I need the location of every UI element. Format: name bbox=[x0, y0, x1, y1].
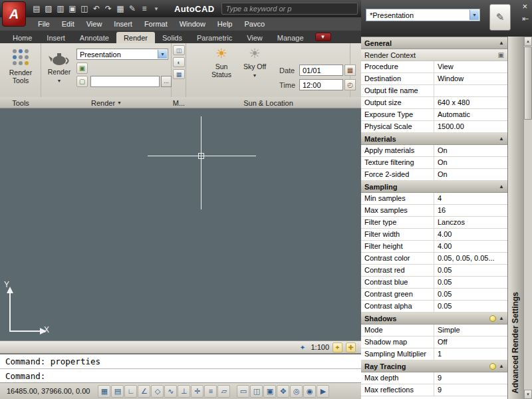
menu-help[interactable]: Help bbox=[211, 17, 239, 31]
markup-icon[interactable]: ✎ bbox=[126, 3, 138, 15]
property-value[interactable]: Lanczos bbox=[434, 217, 507, 228]
coordinate-display[interactable]: 16485.00, 37966.00, 0.00 bbox=[7, 387, 90, 395]
property-value[interactable]: 0.05 bbox=[434, 265, 507, 276]
section-ray-tracing[interactable]: Ray Tracing▲ bbox=[361, 360, 507, 372]
auto-hide-icon[interactable]: ⇤ bbox=[522, 15, 529, 23]
planar-mapping-icon[interactable]: ▦ bbox=[173, 69, 185, 79]
time-field[interactable]: 12:00 bbox=[299, 79, 343, 90]
manage-render-presets-button[interactable]: ✎ bbox=[489, 4, 511, 31]
property-value[interactable]: 4.00 bbox=[434, 229, 507, 240]
menu-insert[interactable]: Insert bbox=[108, 17, 138, 31]
menu-view[interactable]: View bbox=[80, 17, 108, 31]
pan-button[interactable]: ✥ bbox=[277, 385, 289, 398]
property-value[interactable]: On bbox=[434, 157, 507, 168]
annotation-autoscale-icon[interactable]: ✦ bbox=[332, 342, 342, 352]
menu-file[interactable]: File bbox=[32, 17, 56, 31]
ribbon-toggle-button[interactable]: ▼ bbox=[315, 33, 331, 41]
grid-toggle[interactable]: ▤ bbox=[111, 385, 124, 398]
materials-editor-icon[interactable]: ◐ bbox=[173, 57, 185, 67]
render-preset-select[interactable]: *Presentation ▼ bbox=[366, 9, 480, 21]
tab-home[interactable]: Home bbox=[5, 32, 39, 43]
plot-icon[interactable]: ▣ bbox=[66, 3, 78, 15]
collapse-arrow-icon[interactable]: ▲ bbox=[499, 40, 504, 46]
plot-preview-icon[interactable]: ◫ bbox=[78, 3, 90, 15]
scroll-up-icon[interactable]: ▲ bbox=[524, 37, 532, 46]
property-value[interactable]: 16 bbox=[434, 205, 507, 216]
panel-label-tools[interactable]: Tools bbox=[0, 97, 41, 108]
section-sampling[interactable]: Sampling▲ bbox=[361, 181, 507, 193]
render-tools-button[interactable]: Render Tools bbox=[2, 45, 39, 95]
property-value[interactable]: On bbox=[434, 169, 507, 180]
section-general[interactable]: General▲ bbox=[361, 37, 507, 49]
tab-parametric[interactable]: Parametric bbox=[190, 32, 239, 43]
save-icon[interactable]: ▥ bbox=[55, 3, 66, 15]
menu-edit[interactable]: Edit bbox=[56, 17, 80, 31]
property-value[interactable]: 0.05 bbox=[434, 289, 507, 300]
quick-view-layouts-button[interactable]: ▣ bbox=[263, 385, 276, 398]
new-icon[interactable]: ▤ bbox=[31, 3, 43, 15]
property-value[interactable]: 0.05 bbox=[434, 277, 507, 288]
tab-annotate[interactable]: Annotate bbox=[72, 32, 116, 43]
undo-icon[interactable]: ↶ bbox=[90, 3, 102, 15]
info-center-search[interactable]: Type a keyword or p bbox=[221, 3, 358, 15]
palette-scrollbar[interactable]: ▲ ▼ bbox=[523, 37, 532, 399]
qat-dropdown-icon[interactable]: ▼ bbox=[154, 6, 159, 12]
property-value[interactable]: Off bbox=[434, 336, 507, 348]
tab-solids[interactable]: Solids bbox=[155, 32, 190, 43]
otrack-toggle[interactable]: ∿ bbox=[164, 385, 177, 398]
chevron-down-icon[interactable]: ▼ bbox=[158, 50, 167, 59]
sun-status-button[interactable]: ☀ Sun Status bbox=[206, 45, 237, 95]
scrollbar-thumb[interactable] bbox=[524, 47, 532, 120]
steering-wheel-button[interactable]: ◉ bbox=[303, 385, 316, 398]
close-icon[interactable]: × bbox=[522, 2, 527, 11]
menu-window[interactable]: Window bbox=[174, 17, 211, 31]
browse-button[interactable]: ... bbox=[161, 76, 172, 87]
property-value[interactable]: View bbox=[434, 61, 507, 72]
property-value[interactable]: 640 x 480 bbox=[434, 97, 507, 108]
property-value[interactable]: 4.00 bbox=[434, 241, 507, 252]
publish-icon[interactable]: ▦ bbox=[114, 3, 126, 15]
chevron-down-icon[interactable]: ▼ bbox=[469, 10, 479, 20]
property-value[interactable]: 1 bbox=[434, 348, 507, 360]
render-button[interactable]: Render ▼ bbox=[44, 45, 74, 95]
render-panel-flyout-icon[interactable]: ▼ bbox=[117, 100, 122, 105]
collapse-arrow-icon[interactable]: ▲ bbox=[499, 136, 504, 142]
light-bulb-icon[interactable] bbox=[489, 363, 496, 370]
light-bulb-icon[interactable] bbox=[489, 315, 496, 322]
render-region-icon[interactable]: ▣ bbox=[76, 63, 88, 74]
polar-toggle[interactable]: ∠ bbox=[138, 385, 150, 398]
annotation-add-scales-icon[interactable]: ✚ bbox=[346, 342, 356, 352]
osnap-toggle[interactable]: ◇ bbox=[151, 385, 164, 398]
panel-label-sun-location[interactable]: Sun & Location bbox=[186, 97, 350, 108]
lwt-toggle[interactable]: ≡ bbox=[204, 385, 217, 398]
property-value[interactable]: On bbox=[434, 145, 507, 156]
property-value[interactable] bbox=[434, 85, 507, 96]
menu-pavco[interactable]: Pavco bbox=[238, 17, 271, 31]
palette-title-strip[interactable]: Advanced Render Settings bbox=[507, 37, 523, 399]
render-preset-dropdown[interactable]: Presentation ▼ bbox=[76, 49, 168, 60]
collapse-arrow-icon[interactable]: ▲ bbox=[499, 184, 504, 190]
property-value[interactable]: Automatic bbox=[434, 109, 507, 120]
materials-browser-icon[interactable]: ◫ bbox=[173, 45, 185, 55]
zoom-button[interactable]: ◎ bbox=[290, 385, 303, 398]
scroll-down-icon[interactable]: ▼ bbox=[524, 390, 532, 399]
date-field[interactable]: 01/01 bbox=[299, 65, 343, 76]
render-output-icon[interactable]: ▢ bbox=[76, 76, 88, 87]
command-line[interactable]: Command: properties Command: bbox=[0, 353, 361, 382]
calendar-icon[interactable]: ▦ bbox=[344, 65, 356, 76]
dyn-toggle[interactable]: ✛ bbox=[191, 385, 203, 398]
app-menu-button[interactable]: A bbox=[2, 1, 26, 27]
output-file-field[interactable] bbox=[90, 76, 160, 87]
sky-off-button[interactable]: ☀ Sky Off ▼ bbox=[239, 45, 270, 95]
tab-insert[interactable]: Insert bbox=[39, 32, 72, 43]
tab-view[interactable]: View bbox=[239, 32, 270, 43]
annotation-visibility-icon[interactable]: ✦ bbox=[297, 342, 307, 352]
drawing-area[interactable]: Y X bbox=[0, 108, 361, 340]
property-value[interactable]: 4 bbox=[434, 193, 507, 204]
property-value[interactable]: 0.05, 0.05, 0.05... bbox=[434, 253, 507, 264]
tab-manage[interactable]: Manage bbox=[270, 32, 311, 43]
snap-toggle[interactable]: ▦ bbox=[98, 385, 110, 398]
property-value[interactable]: Window bbox=[434, 73, 507, 84]
clock-icon[interactable]: ◴ bbox=[344, 79, 356, 90]
property-value[interactable]: Simple bbox=[434, 325, 507, 336]
